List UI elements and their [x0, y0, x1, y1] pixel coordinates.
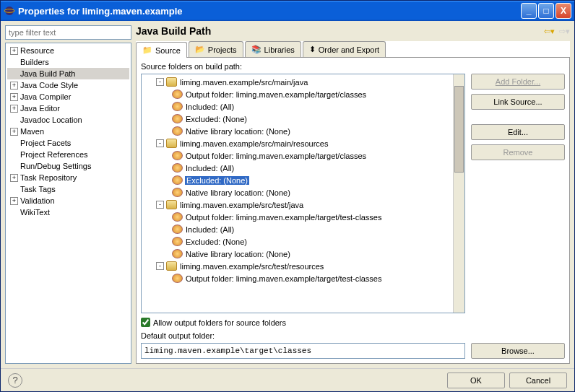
folder-icon — [166, 139, 177, 148]
src-output-1[interactable]: Output folder: liming.maven.example/targ… — [143, 149, 451, 162]
attr-icon — [172, 126, 183, 136]
src-included-1[interactable]: Included: (All) — [143, 162, 451, 174]
remove-button[interactable]: Remove — [471, 144, 565, 160]
src-output-0[interactable]: Output folder: liming.maven.example/targ… — [143, 88, 451, 100]
src-folder-0[interactable]: -liming.maven.example/src/main/java — [143, 76, 451, 88]
minimize-button[interactable]: _ — [521, 3, 537, 19]
source-folders-label: Source folders on build path: — [141, 62, 565, 71]
attr-icon — [172, 102, 183, 111]
src-native-2[interactable]: Native library location: (None) — [143, 248, 451, 260]
tree-item-maven[interactable]: +Maven — [7, 126, 129, 137]
src-output-3[interactable]: Output folder: liming.maven.example/targ… — [143, 272, 451, 284]
tree-item-javadoc-location[interactable]: Javadoc Location — [7, 114, 129, 126]
src-excluded-2[interactable]: Excluded: (None) — [143, 235, 451, 248]
src-folder-2[interactable]: -liming.maven.example/src/test/java — [143, 199, 451, 211]
edit-button[interactable]: Edit... — [471, 124, 565, 140]
src-included-0[interactable]: Included: (All) — [143, 100, 451, 113]
tree-item-java-build-path[interactable]: Java Build Path — [7, 68, 129, 79]
src-output-2[interactable]: Output folder: liming.maven.example/targ… — [143, 211, 451, 223]
titlebar[interactable]: Properties for liming.maven.example _ □ … — [1, 1, 574, 21]
window-title: Properties for liming.maven.example — [18, 6, 519, 17]
cancel-button[interactable]: Cancel — [509, 373, 567, 388]
attr-icon — [172, 237, 183, 246]
tree-item-project-references[interactable]: Project References — [7, 149, 129, 160]
tab-icon: ⬍ — [309, 45, 316, 54]
src-folder-3[interactable]: -liming.maven.example/src/test/resources — [143, 260, 451, 272]
category-tree[interactable]: +ResourceBuildersJava Build Path+Java Co… — [5, 43, 131, 364]
tree-item-run-debug-settings[interactable]: Run/Debug Settings — [7, 160, 129, 172]
tree-item-validation[interactable]: +Validation — [7, 195, 129, 206]
src-excluded-1[interactable]: Excluded: (None) — [143, 174, 451, 186]
tab-icon: 📚 — [251, 45, 261, 54]
attr-icon — [172, 212, 183, 222]
ok-button[interactable]: OK — [447, 373, 505, 388]
tab-content-source: Source folders on build path: -liming.ma… — [136, 58, 570, 364]
tree-item-java-editor[interactable]: +Java Editor — [7, 103, 129, 114]
back-icon[interactable]: ⇦▾ — [544, 27, 555, 36]
attr-icon — [172, 151, 183, 160]
eclipse-icon — [4, 5, 15, 17]
browse-button[interactable]: Browse... — [471, 343, 565, 359]
attr-icon — [172, 225, 183, 234]
tabs: 📁Source📂Projects📚Libraries⬍Order and Exp… — [136, 41, 570, 58]
attr-icon — [172, 114, 183, 123]
folder-icon — [166, 200, 177, 209]
tab-icon: 📂 — [195, 45, 205, 54]
tab-projects[interactable]: 📂Projects — [189, 41, 243, 57]
attr-icon — [172, 163, 183, 173]
src-excluded-0[interactable]: Excluded: (None) — [143, 113, 451, 125]
src-native-0[interactable]: Native library location: (None) — [143, 125, 451, 137]
tree-item-java-compiler[interactable]: +Java Compiler — [7, 91, 129, 103]
tree-item-builders[interactable]: Builders — [7, 56, 129, 68]
help-icon[interactable]: ? — [8, 373, 22, 388]
src-included-2[interactable]: Included: (All) — [143, 223, 451, 235]
add-folder-button[interactable]: Add Folder... — [471, 74, 565, 90]
source-tree[interactable]: -liming.maven.example/src/main/javaOutpu… — [142, 74, 453, 313]
src-native-1[interactable]: Native library location: (None) — [143, 186, 451, 199]
allow-output-label: Allow output folders for source folders — [153, 318, 286, 327]
tab-libraries[interactable]: 📚Libraries — [245, 41, 301, 57]
filter-input[interactable] — [5, 25, 131, 40]
close-button[interactable]: X — [555, 3, 571, 19]
tab-source[interactable]: 📁Source — [136, 42, 187, 58]
tab-order-and-export[interactable]: ⬍Order and Export — [303, 41, 386, 57]
attr-icon — [172, 274, 183, 283]
default-output-label: Default output folder: — [141, 331, 565, 340]
nav-icons: ⇦▾ ⇨▾ — [544, 27, 570, 36]
tree-item-wikitext[interactable]: WikiText — [7, 206, 129, 218]
attr-icon — [172, 175, 183, 185]
attr-icon — [172, 90, 183, 99]
link-source-button[interactable]: Link Source... — [471, 94, 565, 110]
scrollbar[interactable] — [453, 74, 464, 313]
maximize-button[interactable]: □ — [538, 3, 554, 19]
allow-output-checkbox[interactable] — [141, 318, 150, 327]
default-output-input[interactable] — [141, 343, 465, 359]
folder-icon — [166, 77, 177, 87]
folder-icon — [166, 261, 177, 271]
attr-icon — [172, 188, 183, 197]
svg-point-0 — [5, 6, 14, 15]
attr-icon — [172, 249, 183, 258]
tab-icon: 📁 — [142, 45, 152, 55]
tree-item-resource[interactable]: +Resource — [7, 45, 129, 56]
tree-item-task-tags[interactable]: Task Tags — [7, 183, 129, 195]
page-title: Java Build Path — [136, 25, 544, 37]
tree-item-task-repository[interactable]: +Task Repository — [7, 172, 129, 183]
forward-icon[interactable]: ⇨▾ — [559, 27, 570, 36]
scrollbar-thumb[interactable] — [454, 86, 464, 173]
tree-item-project-facets[interactable]: Project Facets — [7, 137, 129, 149]
src-folder-1[interactable]: -liming.maven.example/src/main/resources — [143, 137, 451, 149]
tree-item-java-code-style[interactable]: +Java Code Style — [7, 79, 129, 91]
